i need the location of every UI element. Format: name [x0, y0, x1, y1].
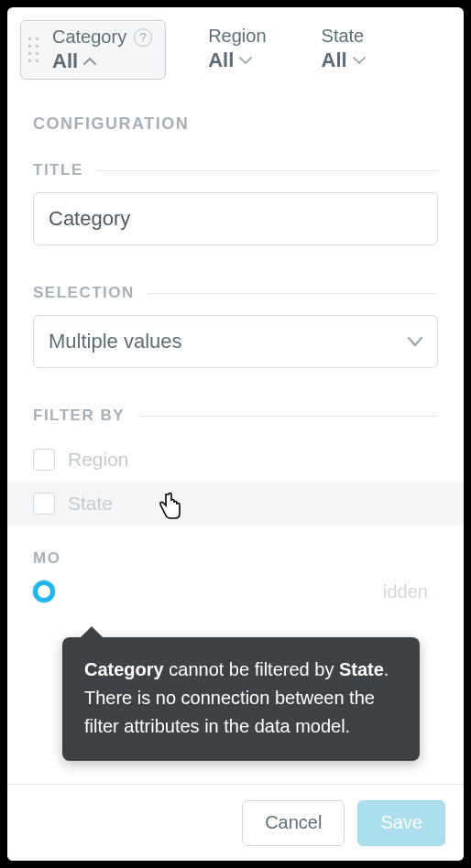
filter-tab-region-title: Region: [208, 26, 266, 47]
mode-radio-option[interactable]: idden: [33, 580, 438, 602]
footer-actions: Cancel Save: [7, 784, 464, 861]
title-label-row: TITLE: [33, 161, 438, 179]
save-button[interactable]: Save: [357, 800, 445, 846]
filter-tab-state-title: State: [322, 26, 366, 47]
filter-by-label-row: FILTER BY: [33, 407, 438, 425]
config-panel-frame: Category ? All Region All: [7, 7, 464, 861]
checkbox-icon: [33, 493, 55, 515]
selection-dropdown[interactable]: Multiple values: [33, 315, 438, 368]
cancel-button[interactable]: Cancel: [242, 800, 345, 846]
tooltip: Category cannot be filtered by State. Th…: [62, 637, 420, 761]
configuration-header: CONFIGURATION: [33, 114, 438, 134]
title-label: TITLE: [33, 161, 83, 179]
mode-hidden-text: idden: [383, 581, 428, 602]
filter-tabs-row: Category ? All Region All: [7, 7, 464, 92]
selection-label: SELECTION: [33, 284, 135, 302]
filter-tab-category-value: All: [52, 49, 78, 73]
filter-by-label: FILTER BY: [33, 407, 125, 425]
mode-label: MO: [33, 549, 60, 568]
configuration-body: CONFIGURATION TITLE SELECTION Multiple v…: [7, 92, 464, 602]
tooltip-strong-2: State: [339, 659, 384, 679]
save-button-label: Save: [380, 812, 422, 833]
filter-tab-category-title: Category: [52, 27, 126, 48]
tooltip-strong-1: Category: [84, 659, 164, 679]
filter-tab-state-value: All: [322, 49, 347, 72]
cancel-button-label: Cancel: [265, 812, 322, 833]
filter-by-option-region[interactable]: Region: [33, 438, 438, 482]
mode-section: MO idden: [33, 549, 438, 602]
filter-by-option-region-label: Region: [68, 449, 129, 471]
title-input[interactable]: [33, 192, 438, 245]
chevron-down-icon: [353, 56, 366, 65]
help-icon[interactable]: ?: [134, 28, 152, 47]
divider: [137, 416, 438, 417]
filter-by-option-state[interactable]: State: [7, 482, 464, 526]
drag-handle-icon[interactable]: [28, 34, 43, 67]
radio-checked-icon: [33, 580, 55, 602]
filter-by-option-state-label: State: [68, 493, 113, 515]
filter-tab-state[interactable]: State All: [312, 20, 378, 80]
filter-tab-category[interactable]: Category ? All: [20, 20, 166, 80]
filter-tab-region-value: All: [208, 49, 234, 72]
filter-tab-region[interactable]: Region All: [199, 20, 279, 80]
chevron-down-icon: [239, 56, 252, 65]
chevron-up-icon: [83, 57, 96, 66]
selection-label-row: SELECTION: [33, 284, 438, 302]
cursor-hand-icon: [158, 491, 183, 526]
divider: [96, 170, 438, 171]
divider: [148, 293, 438, 294]
selection-value: Multiple values: [49, 330, 182, 353]
tooltip-text-1: cannot be filtered by: [164, 659, 339, 679]
chevron-down-icon: [408, 336, 422, 347]
checkbox-icon: [33, 449, 55, 471]
